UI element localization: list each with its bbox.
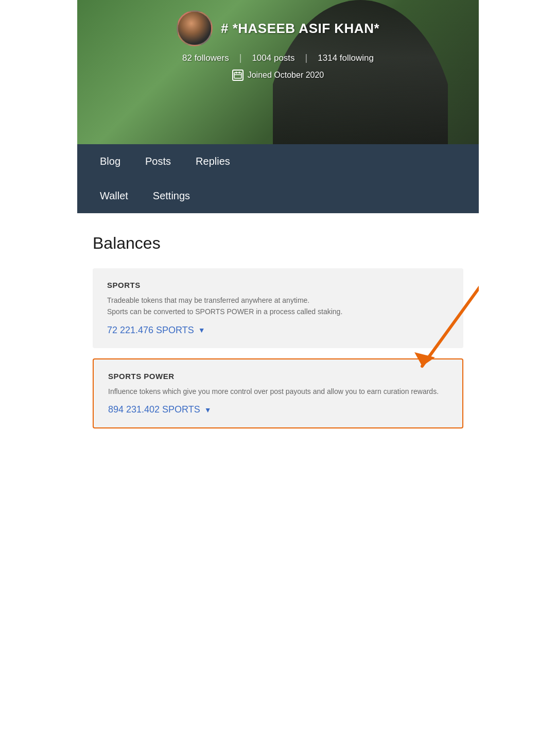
sports-token-name: SPORTS [107,281,449,289]
profile-name: # *HASEEB ASIF KHAN* [221,21,379,37]
profile-header-content: # *HASEEB ASIF KHAN* 82 followers | 1004… [77,10,479,81]
profile-top-row: # *HASEEB ASIF KHAN* [177,10,379,46]
sports-token-balance: 72 221.476 SPORTS ▼ [107,325,449,336]
profile-stats: 82 followers | 1004 posts | 1314 followi… [172,53,384,63]
followers-stat: 82 followers [172,53,239,63]
nav-row-1: Blog Posts Replies [88,144,468,179]
sports-balance-card: SPORTS Tradeable tokens that may be tran… [93,268,463,348]
profile-nav: Blog Posts Replies Wallet Settings [77,144,479,213]
sports-power-balance-value[interactable]: 894 231.402 SPORTS [108,404,200,415]
nav-replies[interactable]: Replies [183,144,242,179]
avatar [177,10,213,46]
following-stat: 1314 following [307,53,384,63]
calendar-icon [232,70,244,81]
sports-token-desc: Tradeable tokens that may be transferred… [107,295,449,318]
sports-dropdown-arrow[interactable]: ▼ [198,326,205,334]
annotation-container: SPORTS POWER Influence tokens which give… [93,358,463,428]
sports-power-token-desc: Influence tokens which give you more con… [108,386,448,397]
sports-power-balance-card: SPORTS POWER Influence tokens which give… [93,358,463,428]
sports-power-dropdown-arrow[interactable]: ▼ [204,406,212,414]
profile-banner: # *HASEEB ASIF KHAN* 82 followers | 1004… [77,0,479,144]
sports-balance-value[interactable]: 72 221.476 SPORTS [107,325,194,336]
joined-text: Joined October 2020 [248,71,324,80]
nav-posts[interactable]: Posts [133,144,183,179]
balances-title: Balances [93,234,463,253]
posts-stat: 1004 posts [241,53,305,63]
main-content: Balances SPORTS Tradeable tokens that ma… [77,213,479,459]
nav-settings[interactable]: Settings [141,179,202,213]
svg-rect-0 [234,73,241,78]
nav-row-2: Wallet Settings [88,179,468,213]
sports-power-token-balance: 894 231.402 SPORTS ▼ [108,404,448,415]
sports-power-token-name: SPORTS POWER [108,372,448,381]
nav-blog[interactable]: Blog [88,144,133,179]
nav-wallet[interactable]: Wallet [88,179,141,213]
profile-joined: Joined October 2020 [232,70,324,81]
